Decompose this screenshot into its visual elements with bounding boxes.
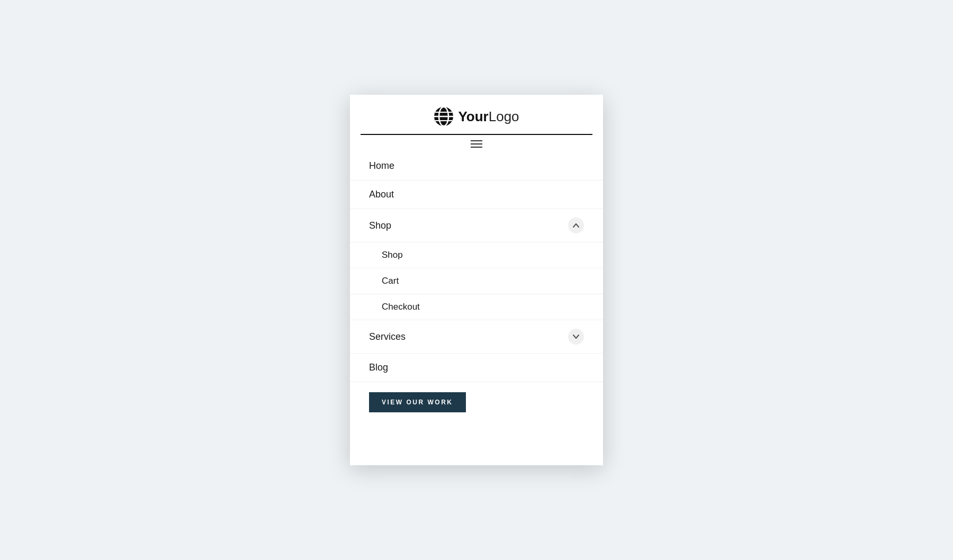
nav-label-blog: Blog — [369, 362, 388, 373]
nav-item-blog[interactable]: Blog — [350, 354, 603, 382]
nav-item-shop[interactable]: Shop — [350, 209, 603, 242]
logo-text: YourLogo — [458, 109, 519, 125]
nav-label-shop: Shop — [369, 220, 391, 231]
logo-bold: Your — [458, 109, 488, 124]
nav-menu: Home About Shop Shop Cart Checkout — [350, 152, 603, 465]
nav-item-cart[interactable]: Cart — [350, 268, 603, 294]
nav-item-services[interactable]: Services — [350, 320, 603, 354]
nav-label-checkout: Checkout — [382, 302, 420, 312]
nav-label-about: About — [369, 189, 394, 200]
phone-frame: YourLogo Home About Shop — [350, 95, 603, 465]
nav-item-shop-sub[interactable]: Shop — [350, 242, 603, 268]
logo-light: Logo — [489, 109, 519, 124]
nav-item-checkout[interactable]: Checkout — [350, 294, 603, 320]
chevron-down-icon — [572, 333, 580, 340]
hamburger-icon[interactable] — [471, 140, 482, 148]
nav-item-home[interactable]: Home — [350, 152, 603, 180]
cta-button[interactable]: VIEW OUR WORK — [369, 392, 466, 412]
nav-label-services: Services — [369, 331, 406, 342]
chevron-up-icon — [572, 222, 580, 229]
nav-label-shop-sub: Shop — [382, 250, 403, 260]
logo-area: YourLogo — [434, 106, 519, 127]
shop-toggle-button[interactable] — [568, 218, 584, 233]
nav-item-about[interactable]: About — [350, 180, 603, 209]
logo-icon — [434, 106, 454, 127]
header: YourLogo — [350, 95, 603, 152]
hamburger-bar — [361, 134, 592, 152]
nav-label-cart: Cart — [382, 276, 399, 286]
services-toggle-button[interactable] — [568, 329, 584, 345]
nav-label-home: Home — [369, 160, 394, 171]
